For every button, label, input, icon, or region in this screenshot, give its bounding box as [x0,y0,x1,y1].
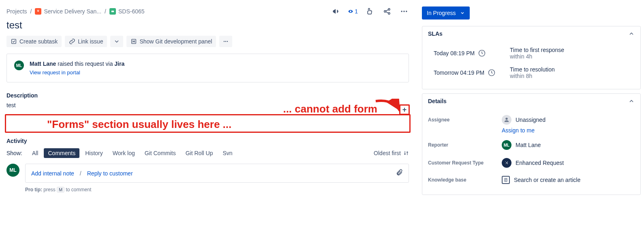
comment-sep: / [80,170,81,177]
requester-name: Matt Lane [30,61,56,67]
sla-label: Time to resolution [510,66,555,73]
share-icon[interactable] [382,6,392,16]
activity-tab-history[interactable]: History [81,148,107,158]
clock-icon [488,69,496,77]
requester-avatar: ML [14,61,24,70]
notice-phrase: raised this request via [56,61,114,67]
breadcrumb-sep: / [30,8,32,15]
sla-row: Tomorrow 04:19 PMTime to resolutionwithi… [434,63,635,82]
pro-tip: Pro tip: press M to comment [25,187,409,193]
details-panel-header[interactable]: Details [422,94,640,108]
svg-point-10 [225,41,226,42]
svg-point-6 [406,11,407,12]
activity-show-label: Show: [6,150,22,156]
activity-tab-git-commits[interactable]: Git Commits [141,148,180,158]
svg-point-14 [505,118,507,120]
activity-heading: Activity [6,138,409,144]
crt-value[interactable]: Enhanced Request [502,158,564,168]
create-subtask-button[interactable]: Create subtask [6,36,62,47]
request-notice: ML Matt Lane raised this request via Jir… [6,54,409,82]
article-icon [502,176,510,184]
svg-point-5 [403,11,404,12]
add-internal-note-link[interactable]: Add internal note [31,170,74,177]
slas-panel-header[interactable]: SLAs [422,26,640,41]
link-issue-button[interactable]: Link issue [65,36,107,47]
assignee-value[interactable]: Unassigned [502,115,546,125]
vote-icon[interactable] [365,6,375,16]
annotation-overlay: ... cannot add form + "Forms" section us… [6,112,409,133]
add-form-button[interactable]: + [399,104,410,115]
watch-button[interactable]: 1 [348,6,358,16]
status-dropdown[interactable]: In Progress [422,6,470,19]
activity-tab-svn[interactable]: Svn [218,148,236,158]
activity-tab-work-log[interactable]: Work log [109,148,139,158]
current-user-avatar: ML [6,164,19,177]
breadcrumb-issue[interactable]: SDS-6065 [109,8,145,15]
chevron-up-icon [628,98,635,104]
activity-tab-all[interactable]: All [28,148,43,158]
issue-title[interactable]: test [6,19,409,31]
sort-oldest-toggle[interactable]: Oldest first [374,150,409,156]
git-panel-label: Show Git development panel [139,38,212,45]
reporter-label: Reporter [428,142,497,148]
issue-type-icon [109,8,116,15]
reporter-avatar: ML [502,140,511,150]
svg-point-11 [227,41,228,42]
notice-source: Jira [114,61,124,67]
link-issue-dropdown[interactable] [110,36,123,47]
chevron-up-icon [628,30,635,37]
more-actions-icon[interactable] [399,6,409,16]
request-type-icon [502,158,511,168]
git-panel-button[interactable]: Show Git development panel [126,36,216,47]
sort-label: Oldest first [374,150,401,156]
sla-time: Tomorrow 04:19 PM [434,69,484,76]
kb-value[interactable]: Search or create an article [502,176,580,184]
reporter-value[interactable]: ML Matt Lane [502,140,541,150]
project-icon [35,8,41,15]
svg-rect-7 [12,39,16,44]
view-in-portal-link[interactable]: View request in portal [30,69,124,76]
crt-label: Customer Request Type [428,160,497,166]
breadcrumb-projects[interactable]: Projects [6,8,27,15]
feedback-icon[interactable] [331,6,341,16]
breadcrumb: Projects / Service Delivery San... / SDS… [6,8,145,15]
description-value[interactable]: test [6,102,409,108]
assign-to-me-link[interactable]: Assign to me [502,127,635,134]
svg-point-4 [401,11,402,12]
comment-input[interactable]: Add internal note / Reply to customer [25,164,409,183]
breadcrumb-project-label: Service Delivery San... [44,8,101,15]
sla-within: within 4h [510,53,564,60]
more-tools-button[interactable] [219,36,232,47]
activity-tab-comments[interactable]: Comments [44,148,79,158]
watch-count: 1 [355,8,358,15]
assignee-label: Assignee [428,117,497,123]
clock-icon [478,49,486,57]
svg-point-9 [224,41,225,42]
unassigned-avatar-icon [502,115,511,125]
sort-icon [403,150,409,156]
details-title: Details [428,98,447,104]
sla-within: within 8h [510,73,555,79]
slas-panel: SLAs Today 08:19 PMTime to first respons… [422,26,641,89]
description-label: Description [6,92,409,99]
detail-reporter: Reporter ML Matt Lane [428,136,635,154]
link-issue-label: Link issue [78,38,103,45]
create-subtask-label: Create subtask [19,38,58,45]
sla-time: Today 08:19 PM [434,50,475,56]
kb-label: Knowledge base [428,177,497,183]
attachment-icon[interactable] [396,169,403,177]
slas-title: SLAs [428,30,443,37]
detail-knowledge-base: Knowledge base Search or create an artic… [428,172,635,188]
breadcrumb-project[interactable]: Service Delivery San... [35,8,101,15]
activity-tab-git-roll-up[interactable]: Git Roll Up [182,148,217,158]
sla-label: Time to first response [510,47,564,53]
breadcrumb-issue-label: SDS-6065 [118,8,145,15]
status-label: In Progress [427,10,456,16]
details-panel: Details Assignee Unassigned Assign to me… [422,93,641,195]
chevron-down-icon [460,11,465,15]
sla-row: Today 08:19 PMTime to first responsewith… [434,43,635,63]
detail-assignee: Assignee Unassigned [428,111,635,129]
reply-to-customer-link[interactable]: Reply to customer [87,170,133,177]
svg-rect-0 [111,11,114,12]
detail-request-type: Customer Request Type Enhanced Request [428,154,635,172]
